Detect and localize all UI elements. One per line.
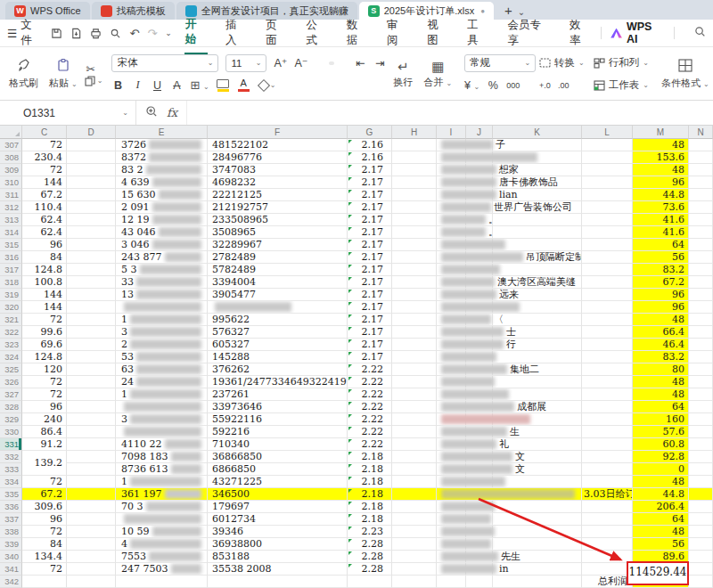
cell[interactable]: 83.2 [633, 351, 689, 363]
cell[interactable]: 15 630 [116, 189, 208, 201]
font-color-button[interactable]: A [237, 78, 250, 92]
cell[interactable] [67, 576, 116, 588]
cell[interactable] [392, 388, 437, 401]
cell[interactable] [67, 451, 116, 463]
cell[interactable] [582, 438, 633, 451]
cell[interactable] [392, 513, 437, 526]
cell[interactable] [67, 201, 116, 214]
fill-color-button[interactable] [217, 79, 230, 92]
column-header-D[interactable]: D [67, 126, 116, 139]
cell[interactable]: 2.17 [348, 164, 392, 176]
cell[interactable]: 48 [633, 139, 689, 151]
cell[interactable]: 3726 [116, 139, 208, 151]
cell[interactable]: 48 [633, 164, 689, 176]
row-header[interactable]: 318 [0, 276, 22, 289]
search-icon[interactable] [694, 25, 706, 41]
cell[interactable]: 2.17 [348, 301, 392, 314]
cell[interactable]: 礼 [437, 438, 582, 451]
cell[interactable]: 44.8 [633, 189, 689, 201]
row-header[interactable]: 332 [0, 451, 22, 463]
cell[interactable]: 2.18 [348, 488, 392, 501]
cell[interactable]: 。 [437, 226, 582, 239]
cell[interactable]: 2.22 [348, 376, 392, 388]
cell[interactable]: 110.4 [22, 201, 67, 214]
column-header-F[interactable]: F [208, 126, 348, 139]
cell[interactable] [582, 351, 633, 363]
tab-review[interactable]: 审阅 [386, 12, 409, 53]
wps-ai-button[interactable]: WPS AI [611, 20, 665, 45]
cell[interactable]: 2.28 [348, 538, 392, 551]
tab-insert[interactable]: 插入 [225, 12, 248, 53]
cell[interactable] [689, 363, 713, 376]
cell[interactable] [689, 226, 713, 239]
decrease-font-button[interactable]: A⁻ [294, 56, 307, 69]
cell[interactable] [392, 301, 437, 314]
cell[interactable]: 4 639 [116, 176, 208, 189]
cell[interactable]: 145288 [208, 351, 348, 363]
italic-button[interactable]: I [131, 78, 143, 92]
cell[interactable] [689, 314, 713, 326]
cell[interactable]: 69.6 [22, 339, 67, 351]
cell[interactable]: 212192757 [208, 201, 348, 214]
cell[interactable]: 153.6 [633, 151, 689, 164]
align-right-button[interactable] [341, 84, 347, 87]
cell[interactable] [67, 363, 116, 376]
cell[interactable]: 1 [116, 476, 208, 488]
cell[interactable] [689, 251, 713, 264]
cell[interactable]: 96 [22, 401, 67, 413]
cell[interactable] [67, 376, 116, 388]
cell[interactable] [116, 401, 208, 413]
cell[interactable] [689, 401, 713, 413]
cell[interactable] [437, 476, 582, 488]
cell[interactable]: 2.17 [348, 251, 392, 264]
cell[interactable]: 2.17 [348, 326, 392, 339]
row-header[interactable]: 319 [0, 289, 22, 301]
cell[interactable]: 576327 [208, 326, 348, 339]
cell[interactable]: 行 [437, 339, 582, 351]
cell[interactable]: 3508965 [208, 226, 348, 239]
cell[interactable] [392, 526, 437, 538]
cell[interactable] [67, 551, 116, 563]
align-top-button[interactable] [316, 61, 322, 65]
distributed-button[interactable] [366, 84, 372, 87]
file-menu[interactable]: ☰ 文件 [7, 18, 42, 48]
convert-button[interactable]: 转换⌄ [539, 56, 585, 69]
cell[interactable]: 48 [633, 476, 689, 488]
cell[interactable]: 247 7503 [116, 563, 208, 576]
cell[interactable]: 36938800 [208, 538, 348, 551]
cell[interactable]: 56 [633, 538, 689, 551]
cell[interactable]: 先生 [437, 551, 582, 563]
justify-button[interactable] [354, 84, 359, 87]
cell[interactable] [392, 501, 437, 513]
cell[interactable]: 240 [22, 413, 67, 426]
cell[interactable] [582, 513, 633, 526]
cell[interactable] [582, 251, 633, 264]
cell[interactable] [67, 326, 116, 339]
cell[interactable] [67, 563, 116, 576]
row-header[interactable]: 321 [0, 314, 22, 326]
cell[interactable] [392, 451, 437, 463]
cell[interactable] [437, 351, 582, 363]
cell[interactable]: 1 [116, 314, 208, 326]
merge-cells-button[interactable]: ▦ 合并 ⌄ [418, 60, 457, 89]
format-painter-button[interactable]: 格式刷 [4, 58, 44, 90]
cell[interactable] [67, 239, 116, 251]
cell[interactable]: 96 [633, 176, 689, 189]
cell[interactable]: 2.23 [348, 526, 392, 538]
cell[interactable] [437, 376, 582, 388]
cell[interactable]: 48 [633, 376, 689, 388]
cell[interactable]: 57.6 [633, 426, 689, 438]
cell[interactable]: 710340 [208, 438, 348, 451]
align-left-button[interactable] [316, 84, 322, 87]
cell[interactable] [689, 239, 713, 251]
row-header[interactable]: 323 [0, 339, 22, 351]
worksheet-button[interactable]: 工作表⌄ [594, 78, 649, 92]
cell[interactable] [582, 339, 633, 351]
cell[interactable] [689, 438, 713, 451]
cell[interactable] [348, 576, 392, 588]
cell[interactable]: 124.8 [22, 264, 67, 276]
cell[interactable]: 592216 [208, 426, 348, 438]
cell[interactable]: 64 [633, 513, 689, 526]
cell[interactable]: 2782489 [208, 251, 348, 264]
thousands-separator-button[interactable]: 000 [506, 81, 520, 90]
